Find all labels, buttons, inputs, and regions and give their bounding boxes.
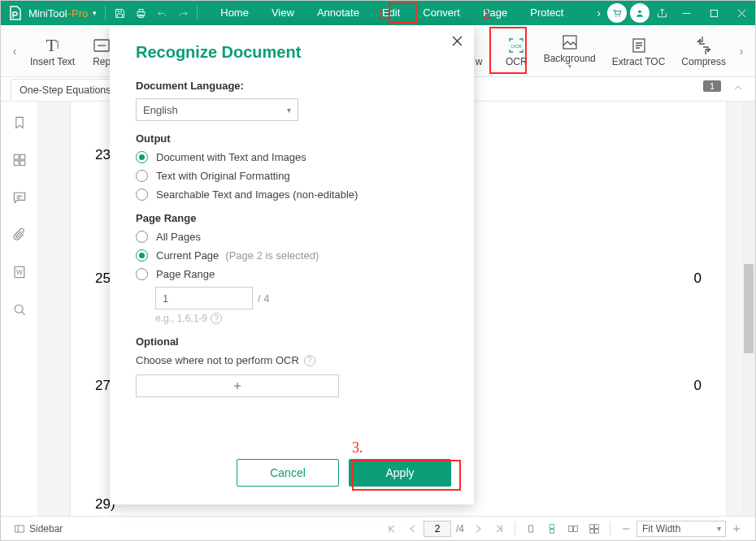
page-range-label: Page Range xyxy=(136,212,451,224)
undo-icon[interactable] xyxy=(151,1,172,25)
tool-label: Extract TOC xyxy=(612,56,666,67)
title-caret-icon[interactable]: ▾ xyxy=(93,9,97,17)
menu-edit[interactable]: Edit xyxy=(371,1,411,25)
dialog-title: Recognize Document xyxy=(136,43,451,62)
title-bar: MiniTool-Pro ▾ Home View Annotate Edit C… xyxy=(1,1,755,25)
close-button[interactable] xyxy=(728,1,755,25)
status-bar: Sidebar /4 Fit Width xyxy=(1,516,755,540)
ocr-tool[interactable]: OCR OCR xyxy=(497,28,536,74)
prev-page-button[interactable] xyxy=(402,517,424,541)
app-logo-icon xyxy=(6,3,25,23)
scrollbar-thumb[interactable] xyxy=(744,264,754,353)
svg-rect-9 xyxy=(563,36,576,49)
ribbon-scroll-left-icon[interactable]: ‹ xyxy=(7,45,22,58)
attachment-icon[interactable] xyxy=(11,227,28,246)
output-option-2[interactable]: Text with Original Formatting xyxy=(136,170,451,182)
bookmark-icon[interactable] xyxy=(11,115,28,134)
redo-icon[interactable] xyxy=(172,1,193,25)
help-icon[interactable]: ? xyxy=(304,355,315,366)
first-page-button[interactable] xyxy=(381,517,402,541)
account-icon[interactable] xyxy=(630,3,650,23)
divider xyxy=(105,6,106,20)
comment-icon[interactable] xyxy=(11,189,28,209)
view-single-icon[interactable] xyxy=(520,517,541,541)
radio-icon xyxy=(136,170,148,182)
page-range-total: / 4 xyxy=(258,292,269,305)
tool-label: OCR xyxy=(506,56,528,67)
svg-rect-27 xyxy=(595,529,599,533)
output-option-1[interactable]: Document with Text and Images xyxy=(136,151,451,163)
page-badge: 1 xyxy=(703,80,721,92)
search-icon[interactable] xyxy=(11,301,28,321)
sidebar-toggle[interactable]: Sidebar xyxy=(9,517,67,541)
svg-text:OCR: OCR xyxy=(511,44,523,49)
zoom-select[interactable]: Fit Width xyxy=(637,521,726,537)
menu-page[interactable]: Page xyxy=(471,1,519,25)
last-page-button[interactable] xyxy=(489,517,510,541)
menu-overflow-icon[interactable]: › xyxy=(597,6,601,19)
range-all-pages[interactable]: All Pages xyxy=(136,231,451,243)
radio-icon xyxy=(136,188,148,201)
minimize-button[interactable] xyxy=(672,1,700,25)
tool-label: Rep xyxy=(93,56,111,67)
menu-home[interactable]: Home xyxy=(209,1,260,25)
tool-label: w xyxy=(476,56,483,67)
view-two-page-icon[interactable] xyxy=(563,517,584,541)
radio-icon xyxy=(136,151,148,163)
apply-button[interactable]: Apply xyxy=(349,459,451,487)
output-label: Output xyxy=(136,132,451,145)
optional-description: Choose where not to perform OCR? xyxy=(136,354,451,366)
insert-text-tool[interactable]: T| Insert Text xyxy=(22,28,83,74)
view-two-continuous-icon[interactable] xyxy=(584,517,605,541)
help-icon[interactable]: ? xyxy=(211,313,222,324)
menu-annotate[interactable]: Annotate xyxy=(306,1,371,25)
menu-convert[interactable]: Convert xyxy=(411,1,471,25)
background-icon xyxy=(559,32,580,53)
svg-point-3 xyxy=(615,15,617,17)
chevron-down-icon: ▾ xyxy=(568,63,571,70)
left-sidebar: W xyxy=(1,102,38,516)
dialog-buttons: Cancel Apply xyxy=(237,459,451,487)
compress-tool[interactable]: Compress xyxy=(673,28,734,74)
cancel-button[interactable]: Cancel xyxy=(237,459,339,487)
svg-rect-19 xyxy=(529,525,533,531)
svg-point-17 xyxy=(15,305,23,313)
svg-rect-18 xyxy=(15,525,24,531)
menu-view[interactable]: View xyxy=(260,1,306,25)
ocr-icon: OCR xyxy=(506,35,527,56)
collapse-ribbon-icon[interactable] xyxy=(732,82,744,96)
zoom-out-button[interactable] xyxy=(615,517,637,541)
svg-rect-0 xyxy=(137,11,145,15)
word-export-icon[interactable]: W xyxy=(11,264,28,283)
next-page-button[interactable] xyxy=(467,517,489,541)
print-icon[interactable] xyxy=(130,1,151,25)
dialog-close-button[interactable] xyxy=(452,35,463,50)
svg-rect-12 xyxy=(20,154,24,159)
divider xyxy=(197,6,198,20)
background-tool[interactable]: Background ▾ xyxy=(536,28,604,74)
add-exclusion-button[interactable] xyxy=(136,374,339,397)
save-icon[interactable] xyxy=(109,1,130,25)
zoom-in-button[interactable] xyxy=(726,517,747,541)
radio-icon xyxy=(136,249,148,262)
extract-toc-tool[interactable]: Extract TOC xyxy=(604,28,674,74)
range-current-page[interactable]: Current Page(Page 2 is selected) xyxy=(136,249,451,262)
page-range-input[interactable] xyxy=(155,287,253,309)
maximize-button[interactable] xyxy=(700,1,728,25)
cart-icon[interactable] xyxy=(607,3,627,23)
vertical-scrollbar[interactable] xyxy=(742,102,755,516)
output-option-3[interactable]: Searchable Text and Images (non-editable… xyxy=(136,188,451,201)
menu-protect[interactable]: Protect xyxy=(519,1,575,25)
document-tab[interactable]: One-Step Equations xyxy=(11,79,120,100)
svg-rect-25 xyxy=(595,524,599,528)
thumbnails-icon[interactable] xyxy=(11,152,28,171)
share-icon[interactable] xyxy=(651,1,672,25)
range-page-range[interactable]: Page Range xyxy=(136,268,451,280)
svg-rect-6 xyxy=(710,10,717,16)
view-continuous-icon[interactable] xyxy=(541,517,563,541)
ribbon-scroll-right-icon[interactable]: › xyxy=(734,45,749,58)
svg-rect-11 xyxy=(14,154,19,159)
page-number-input[interactable] xyxy=(424,521,451,537)
language-select[interactable]: English xyxy=(136,98,298,121)
svg-point-4 xyxy=(619,15,620,17)
